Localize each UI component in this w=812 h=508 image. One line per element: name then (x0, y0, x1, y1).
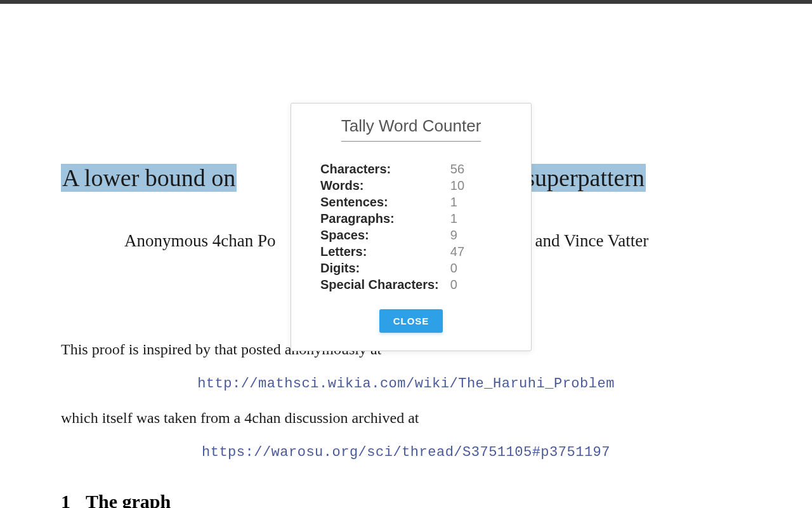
stat-row-sentences: Sentences: 1 (320, 195, 464, 211)
stat-row-words: Words: 10 (320, 178, 464, 195)
stat-label: Letters: (320, 244, 450, 261)
stat-row-spaces: Spaces: 9 (320, 228, 464, 244)
authors-left: Anonymous 4chan Po (124, 231, 276, 251)
stat-value: 0 (450, 261, 464, 277)
stat-label: Words: (320, 178, 450, 195)
stat-label: Digits: (320, 261, 450, 277)
stat-value: 9 (450, 228, 464, 244)
stat-row-characters: Characters: 56 (320, 162, 464, 178)
stat-value: 10 (450, 178, 464, 195)
stat-label: Characters: (320, 162, 450, 178)
stat-value: 56 (450, 162, 464, 178)
section-heading: 1The graph (61, 491, 751, 508)
stat-value: 1 (450, 211, 464, 228)
stat-row-paragraphs: Paragraphs: 1 (320, 211, 464, 228)
body-paragraph-2: which itself was taken from a 4chan disc… (61, 410, 751, 427)
stat-value: 1 (450, 195, 464, 211)
close-button[interactable]: CLOSE (379, 309, 443, 333)
popup-title: Tally Word Counter (341, 116, 481, 142)
section-number: 1 (61, 491, 70, 508)
stat-value: 47 (450, 244, 464, 261)
stat-label: Spaces: (320, 228, 450, 244)
stat-label: Sentences: (320, 195, 450, 211)
stat-label: Special Characters: (320, 277, 450, 294)
stat-row-digits: Digits: 0 (320, 261, 464, 277)
link-2[interactable]: https://warosu.org/sci/thread/S3751105#p… (61, 444, 751, 460)
stat-row-letters: Letters: 47 (320, 244, 464, 261)
stat-label: Paragraphs: (320, 211, 450, 228)
stats-table: Characters: 56 Words: 10 Sentences: 1 Pa… (320, 162, 464, 294)
title-selection-left[interactable]: A lower bound on (61, 164, 237, 192)
section-title: The graph (86, 491, 171, 508)
word-counter-popup: Tally Word Counter Characters: 56 Words:… (291, 103, 532, 351)
browser-top-bar (0, 0, 812, 4)
link-1[interactable]: http://mathsci.wikia.com/wiki/The_Haruhi… (61, 376, 751, 392)
stat-value: 0 (450, 277, 464, 294)
stat-row-special-chars: Special Characters: 0 (320, 277, 464, 294)
